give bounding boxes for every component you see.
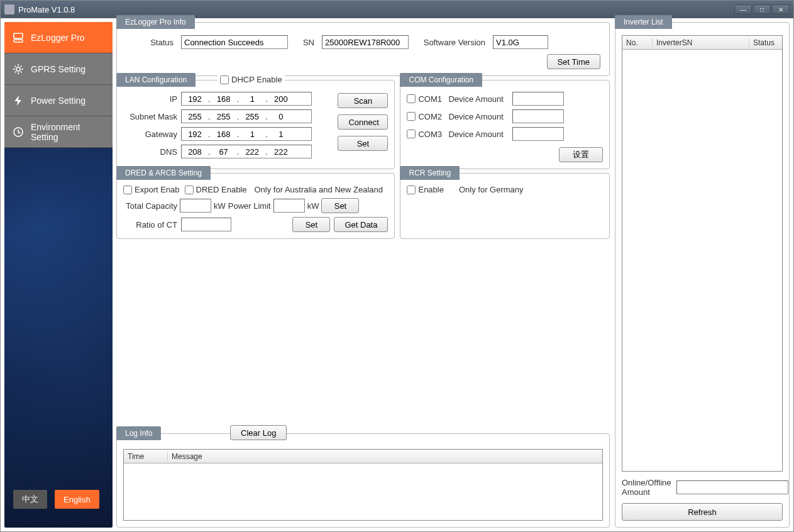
ip-label: IP <box>123 94 177 104</box>
inverter-legend: Inverter List <box>615 15 672 29</box>
dns-label: DNS <box>123 147 177 157</box>
svg-point-2 <box>16 67 20 71</box>
set-time-button[interactable]: Set Time <box>547 54 600 69</box>
com2-amount-label: Device Amount <box>448 112 509 121</box>
sidebar: EzLogger Pro GPRS Setting Power Setting … <box>4 22 113 528</box>
subnet-label: Subnet Mask <box>123 112 177 121</box>
gateway-label: Gateway <box>123 130 177 139</box>
dhcp-checkbox[interactable]: DHCP Enable <box>220 75 282 84</box>
dns-input[interactable]: ... <box>181 145 312 158</box>
log-col-time: Time <box>124 452 168 461</box>
lan-group: LAN Configuration DHCP Enable IP <box>116 80 395 169</box>
sidebar-item-label: EzLogger Pro <box>31 33 85 43</box>
gateway-input[interactable]: ... <box>181 127 312 141</box>
window-title: ProMate V1.0.8 <box>18 5 734 14</box>
close-button[interactable]: ✕ <box>772 4 790 14</box>
status-field[interactable] <box>181 35 288 49</box>
sn-label: SN <box>295 38 314 47</box>
total-capacity-label: Total Capacity <box>123 201 177 211</box>
log-group: Log Info Clear Log Time Message <box>116 433 610 528</box>
sidebar-item-label: Power Setting <box>31 96 85 106</box>
sidebar-item-ezlogger[interactable]: EzLogger Pro <box>4 22 113 53</box>
lang-en-button[interactable]: English <box>55 490 99 509</box>
com-set-button[interactable]: 设置 <box>559 147 603 162</box>
svg-rect-1 <box>14 40 23 42</box>
rcr-group: RCR Setting Enable Only for Germany <box>400 173 610 239</box>
com3-checkbox[interactable]: COM3 <box>407 130 444 139</box>
com3-amount-label: Device Amount <box>448 130 509 139</box>
export-enable-checkbox[interactable]: Export Enab <box>123 185 180 194</box>
refresh-button[interactable]: Refresh <box>622 503 783 521</box>
sidebar-item-label: Environment Setting <box>31 122 105 142</box>
inverter-table: No. InverterSN Status <box>622 35 783 472</box>
inv-col-no: No. <box>622 38 653 47</box>
com2-amount-input[interactable] <box>512 109 564 123</box>
sidebar-item-environment[interactable]: Environment Setting <box>4 116 113 148</box>
com-group: COM Configuration COM1 Device Amount COM… <box>400 80 610 169</box>
sn-field[interactable] <box>322 35 409 49</box>
lang-cn-button[interactable]: 中文 <box>13 490 47 509</box>
app-icon <box>4 4 14 14</box>
com-legend: COM Configuration <box>400 73 482 87</box>
bolt-icon <box>12 94 25 107</box>
log-table: Time Message <box>123 449 603 521</box>
total-capacity-input[interactable] <box>180 199 211 213</box>
clock-icon <box>12 126 25 138</box>
inv-col-sn: InverterSN <box>653 38 749 47</box>
log-legend: Log Info <box>116 426 161 440</box>
connect-button[interactable]: Connect <box>338 114 388 130</box>
lan-legend: LAN Configuration <box>116 73 196 87</box>
minimize-button[interactable]: — <box>734 4 752 14</box>
log-col-message: Message <box>168 452 602 461</box>
sw-field[interactable] <box>493 35 548 49</box>
ip-input[interactable]: ... <box>181 92 312 106</box>
dred-set-button[interactable]: Set <box>321 198 359 213</box>
info-group: EzLogger Pro Info Status SN Software Ver… <box>116 22 610 76</box>
online-offline-input[interactable] <box>676 480 788 494</box>
com3-amount-input[interactable] <box>512 127 564 141</box>
log-body[interactable] <box>124 463 602 520</box>
scan-button[interactable]: Scan <box>338 93 388 108</box>
sidebar-item-label: GPRS Setting <box>31 64 85 74</box>
inverter-group: Inverter List No. InverterSN Status Onli… <box>615 22 790 528</box>
ratio-ct-label: Ratio of CT <box>123 220 177 230</box>
dred-enable-checkbox[interactable]: DRED Enable <box>185 185 247 194</box>
sidebar-item-gprs[interactable]: GPRS Setting <box>4 53 113 85</box>
com1-checkbox[interactable]: COM1 <box>407 94 444 104</box>
get-data-button[interactable]: Get Data <box>334 217 388 232</box>
clear-log-button[interactable]: Clear Log <box>230 425 287 440</box>
com1-amount-input[interactable] <box>512 92 564 106</box>
dred-group: DRED & ARCB Setting Export Enab DRED Ena… <box>116 173 395 239</box>
dred-set2-button[interactable]: Set <box>292 217 330 232</box>
online-offline-label: Online/Offline Amount <box>622 478 671 497</box>
rcr-enable-checkbox[interactable]: Enable <box>407 185 443 194</box>
device-icon <box>12 31 25 44</box>
rcr-note: Only for Germany <box>459 185 524 194</box>
subnet-input[interactable]: ... <box>181 109 312 123</box>
sw-label: Software Version <box>416 38 485 47</box>
power-limit-input[interactable] <box>273 199 305 213</box>
sidebar-item-power[interactable]: Power Setting <box>4 85 113 116</box>
status-label: Status <box>123 38 174 47</box>
dred-note: Only for Australia and New Zealand <box>254 185 383 194</box>
inverter-body[interactable] <box>622 50 782 471</box>
svg-rect-0 <box>14 33 23 38</box>
ratio-ct-input[interactable] <box>181 218 231 231</box>
inv-col-status: Status <box>749 38 782 47</box>
power-limit-label: Power Limit <box>228 201 271 211</box>
com2-checkbox[interactable]: COM2 <box>407 112 444 121</box>
maximize-button[interactable]: □ <box>753 4 771 14</box>
dred-legend: DRED & ARCB Setting <box>116 166 211 180</box>
com1-amount-label: Device Amount <box>448 94 509 104</box>
gear-icon <box>12 63 25 75</box>
info-legend: EzLogger Pro Info <box>116 15 195 29</box>
rcr-legend: RCR Setting <box>400 166 460 180</box>
lan-set-button[interactable]: Set <box>338 136 388 151</box>
